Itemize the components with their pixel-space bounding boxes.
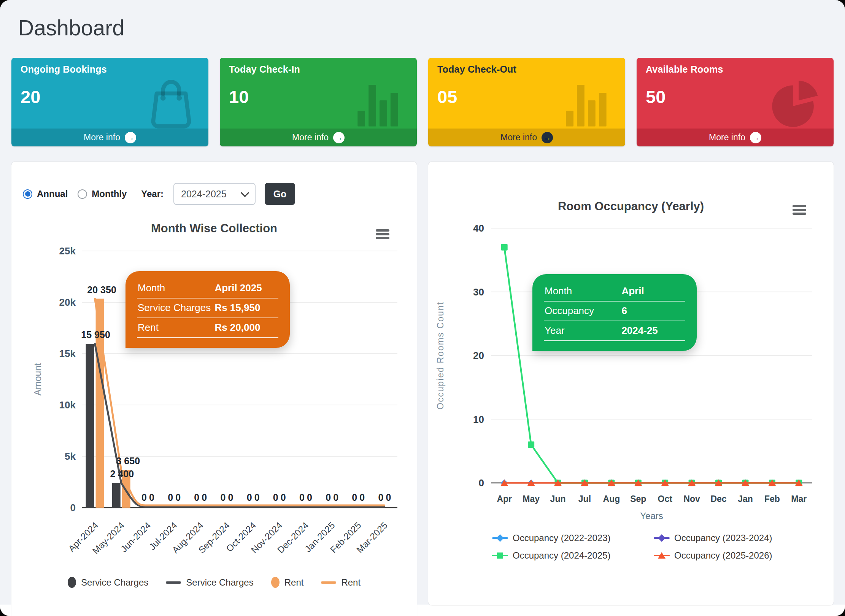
collection-panel: Annual Monthly Year: 2024-2025 Go Month …: [11, 162, 417, 616]
index-label: 0: [141, 492, 147, 503]
bar-chart-icon: [559, 71, 617, 129]
more-info-label: More info: [292, 132, 329, 143]
ellipse-marker-icon: [271, 577, 280, 588]
legend-label: Rent: [341, 577, 361, 588]
page-title: Dashboard: [18, 15, 124, 40]
y-tick-label: 25k: [59, 245, 76, 257]
index-label: 0: [352, 492, 357, 503]
legend-item[interactable]: Occupancy (2024-2025): [492, 550, 654, 561]
y-tick-label: 15k: [59, 348, 76, 359]
x-tick-label: Jun: [550, 494, 566, 504]
more-info-button[interactable]: More info →: [428, 129, 625, 146]
y-axis-title: Occupied Rooms Count: [435, 302, 445, 410]
more-info-button[interactable]: More info →: [220, 129, 417, 146]
index-label: 0: [386, 492, 391, 503]
index-label: 0: [333, 492, 338, 503]
legend-item[interactable]: Service Charges: [68, 577, 148, 588]
legend-item[interactable]: Rent: [321, 577, 361, 588]
bar-chart-icon: [351, 71, 408, 129]
index-label: 20 350: [87, 284, 116, 295]
legend-label: Occupancy (2022-2023): [513, 533, 610, 543]
y-tick-label: 5k: [65, 451, 76, 462]
card-body: Available Rooms 50: [637, 58, 834, 129]
shopping-bag-icon: [142, 71, 200, 129]
square-marker: [501, 244, 508, 251]
service-charges-line: [95, 344, 384, 506]
tooltip-row: RentRs 20,000: [137, 318, 278, 338]
index-label: 0: [299, 492, 305, 503]
legend-item[interactable]: Occupancy (2023-2024): [654, 533, 772, 543]
y-tick-label: 30: [473, 286, 484, 298]
index-label: 0: [175, 492, 181, 503]
index-label: 2 400: [110, 468, 134, 479]
legend-item[interactable]: Occupancy (2022-2023): [492, 533, 654, 543]
line-marker-icon: [166, 581, 181, 584]
legend-label: Service Charges: [81, 577, 148, 588]
index-label: 0: [307, 492, 312, 503]
tooltip-row: Year2024-25: [544, 321, 685, 341]
pie-chart-icon: [767, 71, 825, 129]
arrow-circle-right-icon: →: [125, 132, 136, 143]
card-available-rooms: Available Rooms 50 More info →: [637, 58, 834, 146]
legend-label: Occupancy (2024-2025): [513, 550, 610, 561]
y-tick-label: 20: [473, 350, 484, 361]
stat-cards-row: Ongoing Bookings 20 More info → Today Ch…: [11, 58, 834, 146]
y-tick-label: 10: [473, 414, 484, 425]
diamond-marker-icon: [492, 534, 508, 542]
y-tick-label: 0: [479, 477, 484, 489]
card-body: Today Check-Out 05: [428, 58, 625, 129]
arrow-circle-right-icon: →: [333, 132, 345, 143]
x-tick-label: Mar: [791, 494, 807, 504]
y-tick-label: 20k: [59, 297, 76, 308]
tooltip-row: MonthApril 2025: [137, 279, 278, 298]
collection-chart-legend: Service ChargesService ChargesRentRent: [11, 577, 417, 588]
line-marker-icon: [321, 581, 336, 584]
legend-item[interactable]: Rent: [271, 577, 304, 588]
more-info-label: More info: [500, 132, 537, 143]
legend-item[interactable]: Service Charges: [166, 577, 253, 588]
legend-label: Rent: [284, 577, 304, 588]
more-info-label: More info: [84, 132, 120, 143]
index-label: 0: [254, 492, 260, 503]
more-info-button[interactable]: More info →: [11, 129, 208, 146]
diamond-marker-icon: [654, 534, 670, 542]
y-tick-label: 10k: [59, 399, 76, 411]
x-tick-label: Oct: [658, 494, 673, 504]
card-ongoing-bookings: Ongoing Bookings 20 More info →: [11, 58, 208, 146]
index-label: 0: [281, 492, 286, 503]
index-label: 0: [247, 492, 252, 503]
index-label: 0: [359, 492, 365, 503]
y-axis-title: Amount: [32, 363, 43, 395]
occupancy-chart-legend: Occupancy (2022-2023)Occupancy (2023-202…: [492, 533, 772, 561]
index-label: 0: [273, 492, 278, 503]
collection-chart-tooltip: MonthApril 2025Service ChargesRs 15,950R…: [125, 271, 290, 348]
legend-item[interactable]: Occupancy (2025-2026): [654, 550, 772, 561]
card-today-checkout: Today Check-Out 05 More info →: [428, 58, 625, 146]
index-label: 0: [228, 492, 233, 503]
x-tick-label: Apr: [497, 494, 512, 504]
dashboard-screen: Dashboard Ongoing Bookings 20 More info …: [0, 0, 845, 616]
index-label: 0: [168, 492, 173, 503]
index-label: 3 650: [116, 456, 140, 466]
index-label: 15 950: [81, 329, 110, 340]
arrow-circle-right-icon: →: [750, 132, 761, 143]
tooltip-row: Service ChargesRs 15,950: [137, 298, 278, 318]
more-info-button[interactable]: More info →: [637, 129, 834, 146]
x-tick-label: Jan: [738, 494, 753, 504]
ellipse-marker-icon: [68, 577, 76, 588]
x-tick-label: Nov: [683, 494, 700, 504]
card-today-checkin: Today Check-In 10 More info →: [220, 58, 417, 146]
y-tick-label: 40: [473, 222, 484, 234]
card-body: Ongoing Bookings 20: [11, 58, 208, 129]
index-label: 0: [202, 492, 207, 503]
legend-label: Occupancy (2023-2024): [674, 533, 772, 543]
collection-chart-canvas[interactable]: 05k10k15k20k25kAmountApr-2024May-2024Jun…: [11, 162, 417, 616]
x-tick-label: Sep: [630, 494, 646, 504]
arrow-circle-right-icon: →: [542, 132, 553, 143]
square-marker: [528, 441, 534, 448]
service-charges-bar: [112, 483, 121, 508]
x-tick-label: Jul: [578, 494, 591, 504]
x-tick-label: Aug: [603, 494, 620, 504]
index-label: 0: [220, 492, 226, 503]
tooltip-row: MonthApril: [544, 282, 685, 302]
